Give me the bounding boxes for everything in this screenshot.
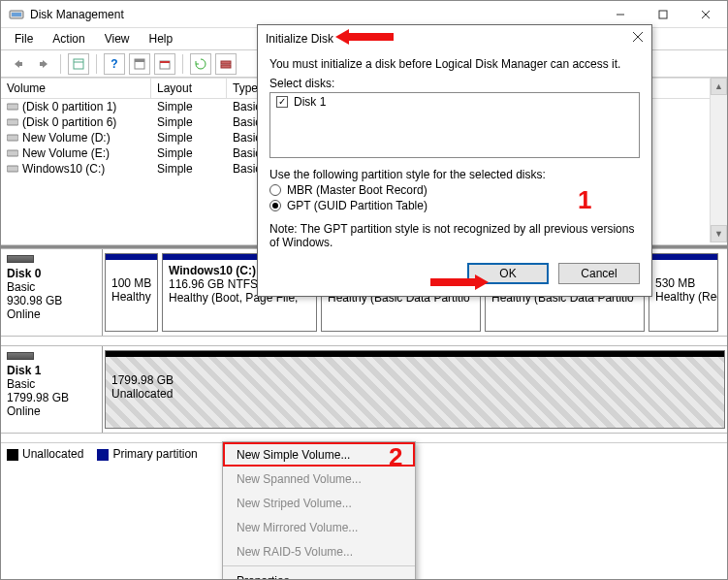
volume-icon bbox=[7, 116, 18, 128]
svg-rect-3 bbox=[659, 11, 667, 18]
toolbar-btn-1[interactable] bbox=[68, 53, 89, 75]
scrollbar-vertical[interactable]: ▲ ▼ bbox=[710, 78, 727, 242]
svg-rect-16 bbox=[7, 135, 18, 141]
dialog-intro: You must initialize a disk before Logica… bbox=[269, 57, 640, 71]
menu-action[interactable]: Action bbox=[45, 30, 92, 48]
menu-divider bbox=[223, 565, 415, 566]
app-icon bbox=[9, 7, 24, 22]
window-title: Disk Management bbox=[30, 8, 599, 21]
ok-button[interactable]: OK bbox=[467, 263, 549, 284]
close-button[interactable] bbox=[684, 1, 727, 28]
svg-rect-15 bbox=[7, 119, 18, 125]
volume-icon bbox=[7, 163, 18, 175]
help-icon[interactable]: ? bbox=[104, 53, 125, 75]
dialog-titlebar: Initialize Disk bbox=[258, 25, 651, 51]
disk1-row: Disk 1 Basic 1799.98 GB Online 1799.98 G… bbox=[1, 345, 727, 433]
legend-unallocated: Unallocated bbox=[7, 447, 83, 461]
forward-button[interactable] bbox=[32, 53, 53, 75]
checkbox-icon[interactable] bbox=[276, 96, 288, 108]
disk-icon bbox=[7, 352, 34, 360]
scroll-down-icon[interactable]: ▼ bbox=[711, 225, 727, 242]
col-layout[interactable]: Layout bbox=[151, 79, 227, 98]
toolbar-separator bbox=[96, 54, 97, 74]
disk-checkbox-item[interactable]: Disk 1 bbox=[276, 95, 633, 109]
volume-icon bbox=[7, 132, 18, 144]
radio-mbr[interactable]: MBR (Master Boot Record) bbox=[269, 183, 640, 197]
radio-icon bbox=[269, 200, 281, 211]
select-disks-label: Select disks: bbox=[269, 77, 640, 90]
radio-gpt[interactable]: GPT (GUID Partition Table) bbox=[269, 199, 640, 212]
back-button[interactable] bbox=[7, 53, 28, 75]
svg-rect-1 bbox=[12, 13, 21, 16]
initialize-disk-dialog: Initialize Disk You must initialize a di… bbox=[257, 24, 652, 297]
legend-primary: Primary partition bbox=[97, 447, 197, 461]
radio-icon bbox=[269, 184, 281, 196]
disk-icon bbox=[7, 255, 34, 263]
svg-rect-9 bbox=[135, 59, 144, 62]
disk0-info[interactable]: Disk 0 Basic 930.98 GB Online bbox=[1, 249, 103, 336]
menu-view[interactable]: View bbox=[97, 30, 138, 48]
dialog-close-button[interactable] bbox=[632, 31, 644, 46]
dialog-title: Initialize Disk bbox=[266, 32, 632, 46]
svg-rect-17 bbox=[7, 150, 18, 156]
partition[interactable]: 530 MBHealthy (Rec bbox=[649, 253, 718, 332]
svg-rect-12 bbox=[221, 61, 231, 64]
refresh-icon[interactable] bbox=[190, 53, 211, 75]
toolbar-separator bbox=[60, 54, 61, 74]
toolbar-btn-3[interactable] bbox=[129, 53, 150, 75]
dialog-note: Note: The GPT partition style is not rec… bbox=[269, 222, 640, 249]
disk1-info[interactable]: Disk 1 Basic 1799.98 GB Online bbox=[1, 346, 103, 433]
disk-select-list[interactable]: Disk 1 bbox=[269, 92, 640, 158]
menu-help[interactable]: Help bbox=[142, 30, 181, 48]
unallocated-partition[interactable]: 1799.98 GBUnallocated bbox=[105, 350, 725, 429]
svg-rect-6 bbox=[74, 59, 83, 69]
ctx-new-simple-volume[interactable]: New Simple Volume... bbox=[223, 442, 415, 467]
ctx-new-spanned-volume: New Spanned Volume... bbox=[223, 467, 415, 491]
ctx-new-raid5-volume: New RAID-5 Volume... bbox=[223, 539, 415, 564]
svg-rect-18 bbox=[7, 166, 18, 172]
cancel-button[interactable]: Cancel bbox=[558, 263, 640, 284]
ctx-new-mirrored-volume: New Mirrored Volume... bbox=[223, 515, 415, 539]
scroll-up-icon[interactable]: ▲ bbox=[711, 78, 727, 95]
toolbar-btn-6[interactable] bbox=[215, 53, 237, 75]
partition-style-label: Use the following partition style for th… bbox=[269, 168, 640, 181]
svg-rect-14 bbox=[7, 104, 18, 110]
svg-rect-11 bbox=[160, 61, 170, 63]
col-type[interactable]: Type bbox=[227, 79, 260, 98]
volume-icon bbox=[7, 147, 18, 159]
col-volume[interactable]: Volume bbox=[1, 79, 151, 98]
ctx-new-striped-volume: New Striped Volume... bbox=[223, 491, 415, 515]
menu-file[interactable]: File bbox=[7, 30, 41, 48]
toolbar-btn-4[interactable] bbox=[154, 53, 175, 75]
toolbar-separator bbox=[182, 54, 183, 74]
volume-icon bbox=[7, 101, 18, 113]
partition[interactable]: 100 MBHealthy bbox=[105, 253, 158, 332]
context-menu: New Simple Volume... New Spanned Volume.… bbox=[222, 441, 416, 580]
svg-rect-13 bbox=[221, 65, 231, 68]
ctx-properties[interactable]: Properties bbox=[223, 568, 415, 580]
